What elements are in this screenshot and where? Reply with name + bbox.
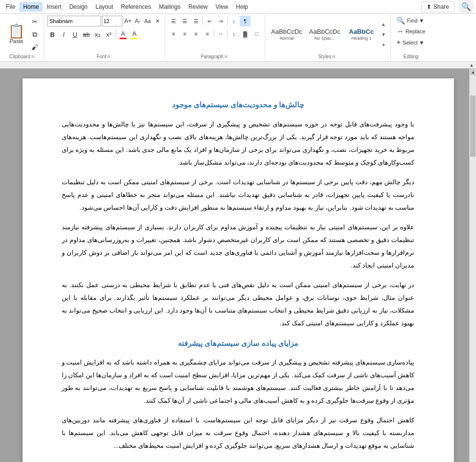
find-button[interactable]: 🔍 Find ▼ xyxy=(394,16,428,25)
paste-label: Paste xyxy=(9,38,23,44)
styles-gallery: AaBbCcDc Normal AaBbCcDc No Spac... AaBb… xyxy=(268,27,378,42)
editing-label: Editing xyxy=(403,53,419,59)
styles-scroll-up[interactable]: ▲ xyxy=(379,20,387,28)
share-button[interactable]: ⬆ Share xyxy=(421,1,454,12)
copy-icon: ⧉ xyxy=(32,30,37,39)
menu-design[interactable]: Design xyxy=(65,2,91,12)
underline-icon: U xyxy=(73,31,77,38)
ribbon-content: 📋 Paste ✂ ⧉ 🖌 Clipboard ⧉ xyxy=(0,14,476,61)
share-label: Share xyxy=(433,3,449,10)
styles-group: AaBbCcDc Normal AaBbCcDc No Spac... AaBb… xyxy=(265,15,391,60)
ribbon-search-button[interactable]: 🔍 xyxy=(458,0,474,15)
menu-mailings[interactable]: Mailings xyxy=(155,2,184,12)
scroll-track[interactable] xyxy=(470,75,476,462)
bold-button[interactable]: B xyxy=(47,29,58,40)
bullets-button[interactable]: ☰ xyxy=(168,16,179,26)
strikethrough-button[interactable]: ab xyxy=(81,29,92,40)
styles-scroll-buttons: ▲ ▼ ▾ xyxy=(379,20,387,49)
style-no-space[interactable]: AaBbCcDc No Spac... xyxy=(306,27,344,42)
change-case-button[interactable]: Aa xyxy=(143,17,152,25)
section-heading-2: مزایای پیاده سازی سیستم‌های پیشرفته xyxy=(62,337,415,351)
section-heading-1: چالش‌ها و محدودیت‌های سیستم‌های موجود xyxy=(62,98,415,112)
subscript-icon: x₂ xyxy=(95,31,100,38)
paragraph-6: کاهش احتمال وقوع سرقت نیز از دیگر مزایای… xyxy=(62,414,415,452)
menu-help[interactable]: Help xyxy=(232,2,252,12)
justify-button[interactable]: ≡ xyxy=(202,28,213,39)
italic-button[interactable]: I xyxy=(58,29,69,40)
menu-file[interactable]: File xyxy=(2,2,19,12)
styles-launcher[interactable]: ⧉ xyxy=(332,54,337,59)
shading-button[interactable]: ▓ xyxy=(240,28,251,39)
menu-review[interactable]: Review xyxy=(184,2,211,12)
decrease-font-button[interactable]: A- xyxy=(133,17,142,25)
numbering-button[interactable]: ☰ xyxy=(179,16,190,26)
scroll-up-button[interactable]: ▲ xyxy=(470,69,476,75)
justify-icon: ≡ xyxy=(206,31,209,37)
menu-home[interactable]: Home xyxy=(19,2,43,12)
format-painter-button[interactable]: 🖌 xyxy=(29,41,41,53)
align-left-icon: ≡ xyxy=(172,31,175,37)
share-icon: ⬆ xyxy=(426,3,431,10)
multilevel-icon: ☰ xyxy=(194,18,199,24)
replace-label: Replace xyxy=(405,28,425,34)
multilevel-list-button[interactable]: ☰ xyxy=(191,16,201,26)
align-center-button[interactable]: ≡ xyxy=(179,28,190,39)
font-color-button[interactable]: A xyxy=(118,29,128,40)
menu-view[interactable]: View xyxy=(212,2,232,12)
font-launcher[interactable]: ⧉ xyxy=(107,54,112,59)
align-right-icon: ≡ xyxy=(195,31,198,37)
cut-button[interactable]: ✂ xyxy=(29,16,41,27)
increase-font-button[interactable]: A+ xyxy=(124,17,132,25)
paste-button[interactable]: 📋 Paste xyxy=(5,24,28,45)
subscript-button[interactable]: x₂ xyxy=(92,29,103,40)
superscript-button[interactable]: x² xyxy=(103,29,114,40)
paragraph-3: علاوه بر این، سیستم‌های امنیتی نیاز به ت… xyxy=(62,221,415,272)
styles-content: AaBbCcDc Normal AaBbCcDc No Spac... AaBb… xyxy=(268,16,387,53)
replace-button[interactable]: ↔ Replace xyxy=(394,26,428,36)
scroll-thumb[interactable] xyxy=(470,96,476,156)
clear-format-button[interactable]: ✕ xyxy=(153,17,162,25)
style-heading1[interactable]: AaBbCc Heading 1 xyxy=(344,27,378,42)
font-size-input[interactable] xyxy=(102,16,123,26)
style-normal[interactable]: AaBbCcDc Normal xyxy=(268,27,305,42)
find-label: Find ▼ xyxy=(407,18,424,24)
menu-references[interactable]: References xyxy=(117,2,155,12)
sort-button[interactable]: ↕ xyxy=(228,16,239,26)
shading-icon: ▓ xyxy=(243,31,247,37)
select-icon: ⌖ xyxy=(397,38,401,47)
borders-icon: □ xyxy=(255,31,258,37)
line-spacing-button[interactable]: ↕ xyxy=(228,28,239,39)
show-marks-button[interactable]: ¶ xyxy=(240,16,251,26)
align-buttons-row: ≡ ≡ ≡ ≡ → ↕ ▓ □ xyxy=(168,28,262,39)
menu-insert[interactable]: Insert xyxy=(43,2,65,12)
collapse-ribbon-button[interactable]: ▲ xyxy=(469,62,474,68)
menu-layout[interactable]: Layout xyxy=(92,2,117,12)
editing-buttons: 🔍 Find ▼ ↔ Replace ⌖ Select ▼ xyxy=(394,16,428,48)
clipboard-group: 📋 Paste ✂ ⧉ 🖌 Clipboard ⧉ xyxy=(2,15,44,60)
underline-button[interactable]: U xyxy=(70,29,80,40)
align-left-button[interactable]: ≡ xyxy=(168,28,179,39)
styles-expand[interactable]: ▾ xyxy=(379,40,387,49)
document-scroll-area: چالش‌ها و محدودیت‌های سیستم‌های موجود با… xyxy=(0,69,476,462)
font-name-input[interactable] xyxy=(47,16,101,26)
paragraph-5: پیاده‌سازی سیستم‌های پیشرفته تشخیص و پیش… xyxy=(62,356,415,407)
search-icon: 🔍 xyxy=(461,2,471,11)
vertical-scrollbar[interactable]: ▲ ▼ xyxy=(469,69,476,462)
decrease-indent-icon: ⇐ xyxy=(207,18,212,24)
styles-scroll-down[interactable]: ▼ xyxy=(379,30,387,39)
style-heading1-label: Heading 1 xyxy=(351,36,372,41)
select-button[interactable]: ⌖ Select ▼ xyxy=(394,37,428,48)
decrease-indent-button[interactable]: ⇐ xyxy=(204,16,215,26)
paragraph-launcher[interactable]: ⧉ xyxy=(225,54,229,59)
ltr-button[interactable]: → xyxy=(215,28,226,39)
highlight-icon: A xyxy=(132,30,137,37)
borders-button[interactable]: □ xyxy=(251,28,262,39)
paragraph-content: ☰ ☰ ☰ ⇐ ⇒ ↕ ¶ ≡ ≡ ≡ ≡ → xyxy=(168,16,262,53)
highlight-button[interactable]: A xyxy=(129,29,140,40)
clipboard-launcher[interactable]: ⧉ xyxy=(31,54,36,59)
align-right-button[interactable]: ≡ xyxy=(191,28,201,39)
increase-indent-button[interactable]: ⇒ xyxy=(215,16,226,26)
copy-button[interactable]: ⧉ xyxy=(29,28,41,40)
highlight-color-bar xyxy=(131,38,138,39)
format-buttons-row: B I U ab x₂ x² A A xyxy=(47,29,140,40)
